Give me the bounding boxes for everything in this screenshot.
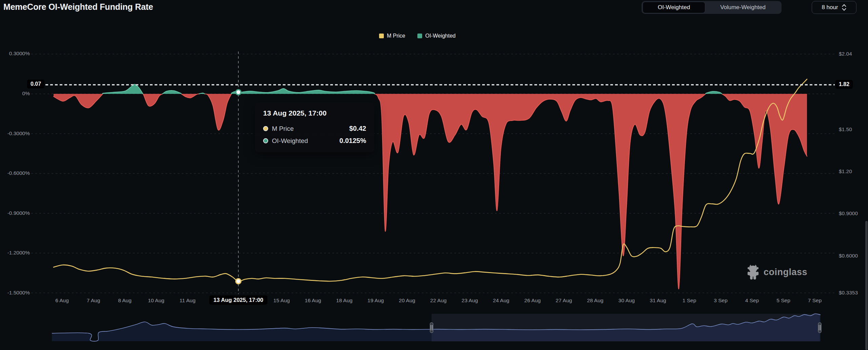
x-axis-tick: 8 Aug xyxy=(118,297,132,304)
tooltip-value: 0.0125% xyxy=(339,137,366,145)
x-axis-tick: 24 Aug xyxy=(493,297,509,304)
navigator-handle[interactable] xyxy=(430,323,433,333)
coinglass-watermark: coinglass xyxy=(746,264,807,280)
x-axis-tick: 26 Aug xyxy=(524,297,540,304)
legend-item-m-price[interactable]: M Price xyxy=(379,33,405,39)
tooltip-label: OI-Weighted xyxy=(272,137,308,145)
funding-current-value-chip: 0.07 xyxy=(27,80,44,88)
x-axis-tick: 23 Aug xyxy=(461,297,478,304)
x-axis-tick: 16 Aug xyxy=(305,297,321,304)
price-current-value-chip: 1.82 xyxy=(835,80,853,89)
tooltip-row-oi-weighted: OI-Weighted 0.0125% xyxy=(263,137,366,145)
tooltip-date: 13 Aug 2025, 17:00 xyxy=(263,109,366,117)
left-axis-tick: -1.2000% xyxy=(0,250,30,256)
oi-weighted-swatch-icon xyxy=(417,34,422,38)
x-axis-tick: 22 Aug xyxy=(430,297,447,304)
tab-volume-weighted[interactable]: Volume-Weighted xyxy=(705,2,781,13)
right-axis-tick: $2.04 xyxy=(839,51,852,57)
x-axis-tick: 6 Aug xyxy=(55,297,69,304)
left-axis-tick: 0% xyxy=(0,90,30,97)
legend-label: M Price xyxy=(387,33,405,39)
funding-rate-page: MemeCore OI-Weighted Funding Rate OI-Wei… xyxy=(0,0,868,350)
left-axis-tick: -0.6000% xyxy=(0,170,30,176)
m-price-dot-icon xyxy=(263,126,268,131)
chevron-updown-icon xyxy=(842,4,847,11)
legend-item-oi-weighted[interactable]: OI-Weighted xyxy=(417,33,456,39)
right-axis-tick: $0.3353 xyxy=(839,290,858,296)
legend: M Price OI-Weighted xyxy=(379,33,456,39)
left-axis-tick: -0.9000% xyxy=(0,210,30,216)
x-axis-tick: 5 Sep xyxy=(776,297,790,304)
tooltip-label: M Price xyxy=(272,125,294,132)
x-axis-tick: 3 Sep xyxy=(714,297,728,304)
x-axis-tick: 10 Aug xyxy=(148,297,164,304)
left-axis-tick: -1.5000% xyxy=(0,290,30,296)
interval-select[interactable]: 8 hour xyxy=(812,1,856,14)
legend-label: OI-Weighted xyxy=(425,33,456,39)
right-axis-tick: $0.6000 xyxy=(839,253,858,259)
tooltip-value: $0.42 xyxy=(349,125,366,132)
x-axis-tick: 4 Sep xyxy=(745,297,759,304)
x-axis-tick: 1 Sep xyxy=(683,297,696,304)
x-axis-tick: 27 Aug xyxy=(556,297,572,304)
chart-tooltip: 13 Aug 2025, 17:00 M Price $0.42 OI-Weig… xyxy=(255,102,374,152)
right-axis-tick: $0.9000 xyxy=(839,210,858,217)
right-axis-tick: $1.20 xyxy=(839,168,852,174)
x-axis-tick: 11 Aug xyxy=(179,297,195,304)
vertical-scrollbar[interactable] xyxy=(865,221,868,350)
x-axis-tick: 20 Aug xyxy=(399,297,415,304)
right-axis-tick: $1.50 xyxy=(839,126,852,132)
x-axis-tick: 31 Aug xyxy=(650,297,666,304)
coinglass-mascot-icon xyxy=(746,264,760,280)
m-price-swatch-icon xyxy=(379,34,384,38)
x-axis-tick: 28 Aug xyxy=(587,297,603,304)
left-axis-tick: -0.3000% xyxy=(0,130,30,137)
tab-oi-weighted[interactable]: OI-Weighted xyxy=(643,2,705,13)
interval-value: 8 hour xyxy=(822,4,838,11)
x-axis-tick: 18 Aug xyxy=(336,297,352,304)
left-axis-tick: 0.3000% xyxy=(0,50,30,57)
x-axis-tick: 15 Aug xyxy=(273,297,290,304)
navigator-handle[interactable] xyxy=(818,323,821,333)
crosshair-date-chip: 13 Aug 2025, 17:00 xyxy=(209,295,267,305)
x-axis-tick: 19 Aug xyxy=(368,297,384,304)
x-axis-tick: 7 Sep xyxy=(808,297,822,304)
oi-weighted-dot-icon xyxy=(263,138,268,143)
x-axis-tick: 30 Aug xyxy=(618,297,635,304)
x-axis-tick: 7 Aug xyxy=(87,297,100,304)
page-title: MemeCore OI-Weighted Funding Rate xyxy=(3,2,153,12)
weight-toggle-group: OI-Weighted Volume-Weighted xyxy=(642,1,782,14)
tooltip-row-m-price: M Price $0.42 xyxy=(263,125,366,132)
coinglass-wordmark: coinglass xyxy=(764,267,807,277)
